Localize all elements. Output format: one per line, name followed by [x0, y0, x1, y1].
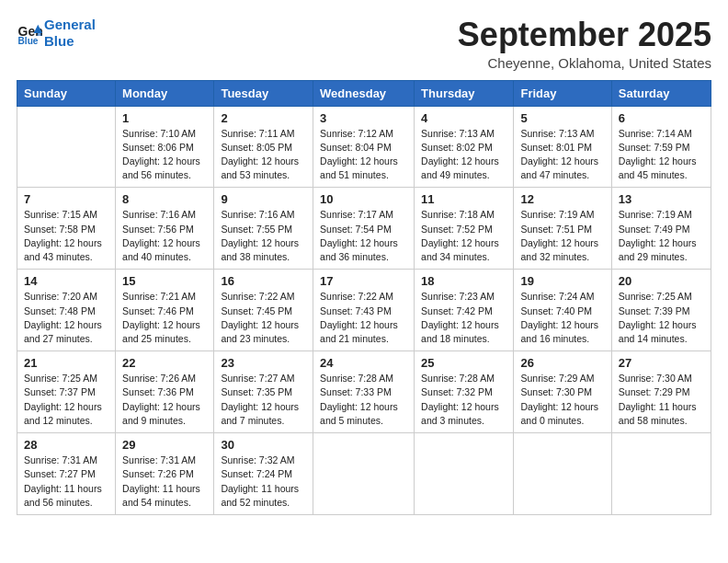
- day-info: Sunrise: 7:10 AMSunset: 8:06 PMDaylight:…: [122, 127, 207, 183]
- day-number: 8: [122, 192, 207, 206]
- day-info: Sunrise: 7:25 AMSunset: 7:37 PMDaylight:…: [24, 372, 108, 428]
- location: Cheyenne, Oklahoma, United States: [458, 55, 711, 71]
- calendar-cell: 20Sunrise: 7:25 AMSunset: 7:39 PMDayligh…: [611, 270, 711, 351]
- calendar-cell: 21Sunrise: 7:25 AMSunset: 7:37 PMDayligh…: [17, 351, 116, 433]
- day-number: 28: [24, 438, 108, 452]
- day-info: Sunrise: 7:31 AMSunset: 7:26 PMDaylight:…: [122, 454, 207, 510]
- day-info: Sunrise: 7:32 AMSunset: 7:24 PMDaylight:…: [221, 454, 306, 510]
- calendar-cell: 28Sunrise: 7:31 AMSunset: 7:27 PMDayligh…: [17, 433, 116, 515]
- day-number: 18: [421, 274, 506, 288]
- calendar-cell: 19Sunrise: 7:24 AMSunset: 7:40 PMDayligh…: [514, 270, 611, 351]
- day-number: 23: [221, 356, 306, 370]
- calendar-cell: 7Sunrise: 7:15 AMSunset: 7:58 PMDaylight…: [17, 188, 116, 270]
- calendar-cell: 18Sunrise: 7:23 AMSunset: 7:42 PMDayligh…: [415, 270, 514, 351]
- calendar-cell: [611, 433, 711, 515]
- calendar-cell: 29Sunrise: 7:31 AMSunset: 7:26 PMDayligh…: [116, 433, 214, 515]
- day-number: 30: [221, 438, 306, 452]
- day-number: 22: [122, 356, 207, 370]
- day-number: 24: [320, 356, 407, 370]
- day-info: Sunrise: 7:19 AMSunset: 7:51 PMDaylight:…: [520, 208, 604, 264]
- day-info: Sunrise: 7:19 AMSunset: 7:49 PMDaylight:…: [619, 208, 704, 264]
- calendar-cell: 22Sunrise: 7:26 AMSunset: 7:36 PMDayligh…: [116, 351, 214, 433]
- calendar-cell: 17Sunrise: 7:22 AMSunset: 7:43 PMDayligh…: [313, 270, 415, 351]
- day-info: Sunrise: 7:27 AMSunset: 7:35 PMDaylight:…: [221, 372, 306, 428]
- calendar-cell: 16Sunrise: 7:22 AMSunset: 7:45 PMDayligh…: [214, 270, 313, 351]
- day-info: Sunrise: 7:16 AMSunset: 7:56 PMDaylight:…: [122, 208, 207, 264]
- day-number: 5: [520, 111, 604, 125]
- page-header: Gen Blue GeneralBlue September 2025 Chey…: [17, 17, 711, 71]
- day-info: Sunrise: 7:24 AMSunset: 7:40 PMDaylight:…: [520, 290, 604, 346]
- calendar-cell: 27Sunrise: 7:30 AMSunset: 7:29 PMDayligh…: [611, 351, 711, 433]
- day-info: Sunrise: 7:14 AMSunset: 7:59 PMDaylight:…: [619, 127, 704, 183]
- day-number: 25: [421, 356, 506, 370]
- day-info: Sunrise: 7:26 AMSunset: 7:36 PMDaylight:…: [122, 372, 207, 428]
- day-number: 2: [221, 111, 306, 125]
- calendar-cell: 15Sunrise: 7:21 AMSunset: 7:46 PMDayligh…: [116, 270, 214, 351]
- weekday-header: Monday: [116, 80, 214, 106]
- logo-icon: Gen Blue: [17, 20, 42, 46]
- calendar-cell: 2Sunrise: 7:11 AMSunset: 8:05 PMDaylight…: [214, 106, 313, 188]
- day-info: Sunrise: 7:17 AMSunset: 7:54 PMDaylight:…: [320, 208, 407, 264]
- weekday-header: Friday: [514, 80, 611, 106]
- day-number: 16: [221, 274, 306, 288]
- calendar-cell: 13Sunrise: 7:19 AMSunset: 7:49 PMDayligh…: [611, 188, 711, 270]
- day-info: Sunrise: 7:28 AMSunset: 7:33 PMDaylight:…: [320, 372, 407, 428]
- calendar-week-row: 1Sunrise: 7:10 AMSunset: 8:06 PMDaylight…: [17, 106, 711, 188]
- calendar-week-row: 7Sunrise: 7:15 AMSunset: 7:58 PMDaylight…: [17, 188, 711, 270]
- calendar-cell: 25Sunrise: 7:28 AMSunset: 7:32 PMDayligh…: [415, 351, 514, 433]
- calendar-cell: 10Sunrise: 7:17 AMSunset: 7:54 PMDayligh…: [313, 188, 415, 270]
- day-info: Sunrise: 7:12 AMSunset: 8:04 PMDaylight:…: [320, 127, 407, 183]
- calendar-cell: [17, 106, 116, 188]
- calendar-cell: 3Sunrise: 7:12 AMSunset: 8:04 PMDaylight…: [313, 106, 415, 188]
- calendar-header-row: SundayMondayTuesdayWednesdayThursdayFrid…: [17, 80, 711, 106]
- calendar-week-row: 28Sunrise: 7:31 AMSunset: 7:27 PMDayligh…: [17, 433, 711, 515]
- day-info: Sunrise: 7:13 AMSunset: 8:02 PMDaylight:…: [421, 127, 506, 183]
- calendar-cell: [313, 433, 415, 515]
- day-number: 13: [619, 192, 704, 206]
- day-info: Sunrise: 7:16 AMSunset: 7:55 PMDaylight:…: [221, 208, 306, 264]
- calendar-cell: 30Sunrise: 7:32 AMSunset: 7:24 PMDayligh…: [214, 433, 313, 515]
- day-info: Sunrise: 7:31 AMSunset: 7:27 PMDaylight:…: [24, 454, 108, 510]
- day-number: 14: [24, 274, 108, 288]
- month-title: September 2025: [458, 17, 711, 53]
- day-number: 20: [619, 274, 704, 288]
- calendar-cell: 4Sunrise: 7:13 AMSunset: 8:02 PMDaylight…: [415, 106, 514, 188]
- day-info: Sunrise: 7:18 AMSunset: 7:52 PMDaylight:…: [421, 208, 506, 264]
- calendar-cell: 26Sunrise: 7:29 AMSunset: 7:30 PMDayligh…: [514, 351, 611, 433]
- calendar-cell: 8Sunrise: 7:16 AMSunset: 7:56 PMDaylight…: [116, 188, 214, 270]
- calendar-table: SundayMondayTuesdayWednesdayThursdayFrid…: [17, 80, 711, 515]
- day-number: 15: [122, 274, 207, 288]
- weekday-header: Thursday: [415, 80, 514, 106]
- calendar-cell: 9Sunrise: 7:16 AMSunset: 7:55 PMDaylight…: [214, 188, 313, 270]
- calendar-cell: 12Sunrise: 7:19 AMSunset: 7:51 PMDayligh…: [514, 188, 611, 270]
- day-number: 9: [221, 192, 306, 206]
- day-number: 3: [320, 111, 407, 125]
- svg-text:Blue: Blue: [18, 36, 39, 46]
- calendar-cell: 14Sunrise: 7:20 AMSunset: 7:48 PMDayligh…: [17, 270, 116, 351]
- calendar-week-row: 14Sunrise: 7:20 AMSunset: 7:48 PMDayligh…: [17, 270, 711, 351]
- day-number: 17: [320, 274, 407, 288]
- day-info: Sunrise: 7:25 AMSunset: 7:39 PMDaylight:…: [619, 290, 704, 346]
- day-info: Sunrise: 7:13 AMSunset: 8:01 PMDaylight:…: [520, 127, 604, 183]
- day-info: Sunrise: 7:20 AMSunset: 7:48 PMDaylight:…: [24, 290, 108, 346]
- day-number: 19: [520, 274, 604, 288]
- day-number: 27: [619, 356, 704, 370]
- calendar-cell: [514, 433, 611, 515]
- calendar-cell: 11Sunrise: 7:18 AMSunset: 7:52 PMDayligh…: [415, 188, 514, 270]
- day-number: 7: [24, 192, 108, 206]
- title-block: September 2025 Cheyenne, Oklahoma, Unite…: [458, 17, 711, 71]
- logo-text: GeneralBlue: [44, 17, 96, 50]
- calendar-cell: 23Sunrise: 7:27 AMSunset: 7:35 PMDayligh…: [214, 351, 313, 433]
- day-info: Sunrise: 7:22 AMSunset: 7:45 PMDaylight:…: [221, 290, 306, 346]
- weekday-header: Saturday: [611, 80, 711, 106]
- day-number: 21: [24, 356, 108, 370]
- day-info: Sunrise: 7:29 AMSunset: 7:30 PMDaylight:…: [520, 372, 604, 428]
- day-number: 4: [421, 111, 506, 125]
- day-number: 29: [122, 438, 207, 452]
- day-info: Sunrise: 7:11 AMSunset: 8:05 PMDaylight:…: [221, 127, 306, 183]
- day-number: 1: [122, 111, 207, 125]
- weekday-header: Tuesday: [214, 80, 313, 106]
- calendar-week-row: 21Sunrise: 7:25 AMSunset: 7:37 PMDayligh…: [17, 351, 711, 433]
- calendar-cell: 24Sunrise: 7:28 AMSunset: 7:33 PMDayligh…: [313, 351, 415, 433]
- day-number: 6: [619, 111, 704, 125]
